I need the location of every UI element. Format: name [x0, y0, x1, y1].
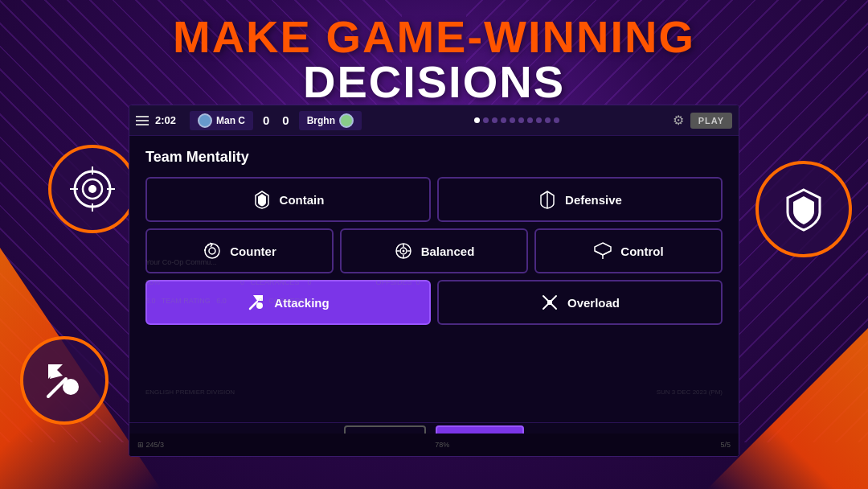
away-team-logo: [339, 113, 354, 128]
control-button[interactable]: Control: [534, 228, 723, 273]
game-window: 2:02 Man C 0 0 Brghn ⚙ PLAY Team Mentali…: [129, 105, 739, 457]
dot-8: [536, 117, 542, 123]
dot-5: [510, 117, 515, 123]
time-display: 2:02: [155, 114, 183, 126]
play-button[interactable]: PLAY: [690, 113, 732, 129]
stats-bg-row2: 6.0 TEAM RATING 6.00 CORNERS 0: [145, 297, 313, 305]
control-icon: [593, 241, 612, 261]
left-top-circle-icon: [48, 145, 137, 233]
status-bar: ⊞ 245/3 78% 5/5: [129, 434, 739, 456]
control-label: Control: [620, 244, 663, 258]
dot-3: [492, 117, 497, 123]
modal-area: Team Mentality Your Co-Op Commu... 50%0 …: [129, 136, 739, 333]
away-team-name: Brghn: [307, 115, 335, 126]
away-team-badge: Brghn: [299, 111, 362, 130]
mentality-row-1: Contain Defensive: [145, 177, 723, 222]
svg-line-21: [543, 296, 548, 301]
overload-label: Overload: [567, 296, 620, 310]
menu-button[interactable]: [136, 116, 149, 125]
home-team-logo: [198, 113, 212, 128]
score-home: 0: [263, 113, 269, 127]
modal-title: Team Mentality: [145, 149, 723, 166]
dot-9: [545, 117, 551, 123]
arrow-icon: [40, 356, 88, 405]
headline: MAKE GAME-WINNING DECISIONS: [0, 14, 868, 105]
score-away: 0: [282, 113, 289, 127]
balanced-label: Balanced: [421, 244, 475, 258]
defensive-label: Defensive: [565, 193, 622, 207]
coop-label-bg: Your Co-Op Commu...: [145, 258, 217, 266]
defensive-icon: [538, 190, 557, 209]
balanced-button[interactable]: Balanced: [340, 228, 528, 273]
dot-4: [501, 117, 506, 123]
overload-icon: [540, 293, 559, 312]
contain-label: Contain: [280, 193, 325, 207]
right-top-circle-icon: [755, 161, 852, 257]
mentality-row-2: Counter Balanced: [145, 228, 723, 273]
counter-button[interactable]: Counter: [145, 228, 334, 273]
svg-point-2: [88, 185, 96, 193]
balanced-icon: [394, 241, 413, 261]
status-center: 78%: [435, 441, 449, 449]
dot-7: [527, 117, 533, 123]
contain-button[interactable]: Contain: [145, 177, 431, 222]
footer-stats-bg: ENGLISH PREMIER DIVISION SUN 3 DEC 2023 …: [145, 388, 723, 396]
dot-10: [554, 117, 559, 123]
svg-line-23: [543, 304, 548, 309]
dot-6: [518, 117, 524, 123]
overload-button[interactable]: Overload: [437, 280, 723, 325]
headline-make: MAKE: [173, 11, 326, 62]
target-icon: [68, 165, 117, 213]
counter-label: Counter: [230, 244, 276, 258]
defensive-button[interactable]: Defensive: [437, 177, 723, 222]
left-bottom-circle-icon: [20, 336, 108, 425]
svg-point-11: [209, 248, 215, 254]
settings-icon[interactable]: ⚙: [673, 113, 684, 128]
svg-rect-25: [547, 300, 552, 305]
dots-container: [368, 117, 666, 123]
dot-1: [474, 117, 480, 123]
svg-line-22: [551, 296, 556, 301]
contain-icon: [252, 190, 272, 209]
headline-line1: MAKE GAME-WINNING: [0, 14, 868, 60]
svg-line-24: [551, 304, 556, 309]
headline-line2: DECISIONS: [0, 60, 868, 105]
shield-icon: [780, 185, 828, 233]
status-right: 5/5: [720, 441, 731, 449]
headline-highlight: GAME-WINNING: [326, 11, 695, 62]
home-team-name: Man C: [216, 115, 245, 126]
svg-point-10: [205, 244, 219, 258]
top-bar: 2:02 Man C 0 0 Brghn ⚙ PLAY: [129, 105, 739, 136]
status-left: ⊞ 245/3: [137, 441, 164, 449]
svg-point-14: [402, 250, 404, 253]
stats-bg-row1: 50%0 CLEARANCES 0OFFSIDES 0: [145, 278, 420, 286]
home-team-badge: Man C: [190, 111, 253, 130]
dot-2: [483, 117, 489, 123]
